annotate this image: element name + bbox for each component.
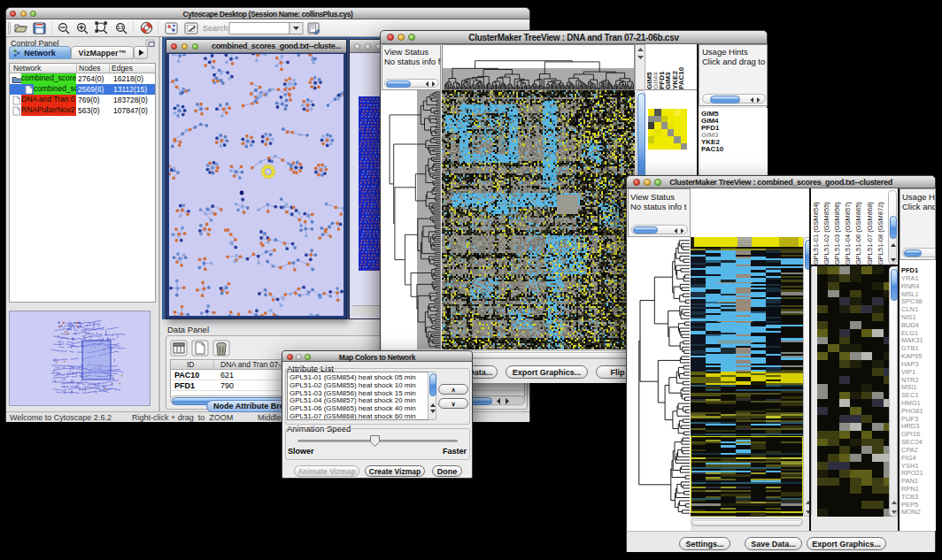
svg-text:GPL51-08 (GSM872): GPL51-08 (GSM872) [876,202,884,265]
svg-text:GPL51-02 (GSM855): GPL51-02 (GSM855) [822,202,830,265]
svg-text:1:1: 1:1 [117,25,123,30]
svg-text:GPL51-04 (GSM857): GPL51-04 (GSM857) [844,202,852,265]
svg-text:GPL51-07 (GSM868): GPL51-07 (GSM868) [866,202,874,265]
svg-text:Search:: Search: [203,24,230,33]
svg-text:GPL51-01 (GSM854): GPL51-01 (GSM854) [812,202,820,265]
svg-text:GPL51-06 (GSM865): GPL51-06 (GSM865) [854,202,862,265]
svg-text:GPL51-03 (GSM856): GPL51-03 (GSM856) [833,202,841,265]
svg-text:PAC10: PAC10 [677,66,685,89]
